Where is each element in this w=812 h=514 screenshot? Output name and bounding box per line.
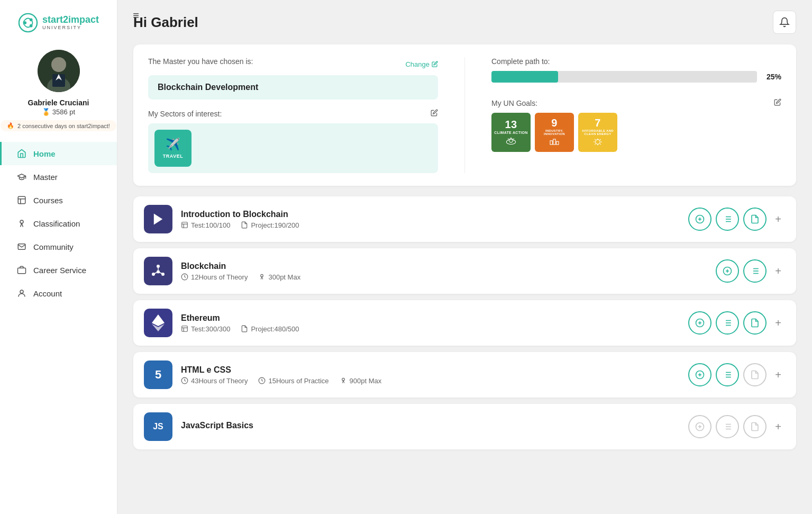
expand-button[interactable]: + [771, 264, 786, 278]
course-row-ethereum: Ethereum Test:300/300 Project:480/500 [133, 300, 796, 346]
doc-action-button[interactable] [688, 311, 711, 335]
expand-button[interactable]: + [771, 212, 786, 227]
change-master-link[interactable]: Change [405, 60, 438, 68]
home-icon [16, 148, 27, 159]
expand-button[interactable]: + [771, 419, 786, 434]
svg-rect-22 [553, 139, 555, 145]
sidebar-item-community[interactable]: Community [0, 235, 117, 258]
sidebar-item-home[interactable]: Home [0, 142, 117, 165]
app-subtitle: UNIVERSITY [42, 25, 99, 31]
fire-icon: 🔥 [7, 122, 14, 129]
sidebar-item-master[interactable]: Master [0, 165, 117, 188]
svg-rect-9 [18, 196, 25, 204]
goal-13: 13 CLIMATE ACTION [491, 113, 531, 152]
doc-action-button[interactable] [688, 208, 711, 231]
user-name: Gabriele Cruciani [28, 98, 89, 107]
course-title: Blockchain [181, 261, 707, 271]
goals-area: 13 CLIMATE ACTION [491, 113, 781, 152]
bell-icon [779, 17, 790, 28]
gem-icon: 🏅 [42, 108, 50, 116]
card-divider [464, 57, 465, 173]
sectors-area: ✈️ TRAVEL [148, 123, 438, 173]
course-meta: 43Hours of Theory 15Hours of Practice 90… [181, 377, 680, 385]
course-actions: + [716, 259, 786, 283]
svg-rect-21 [550, 141, 552, 145]
course-thumb-ethereum [144, 309, 172, 337]
course-row-jsbasics: JS JavaScript Basics + [133, 404, 796, 449]
sidebar-item-label-home: Home [33, 149, 56, 158]
sectors-edit-icon[interactable] [431, 109, 438, 118]
logo: start2impact UNIVERSITY [10, 8, 107, 37]
file-action-button[interactable] [743, 208, 767, 231]
main-content: Hi Gabriel The Master you have chosen is… [117, 0, 812, 514]
streak-text: 2 consecutive days on start2impact! [17, 123, 110, 129]
list-action-button-faded[interactable] [716, 415, 739, 438]
svg-point-1 [23, 21, 26, 24]
course-thumb-intro-blockchain [144, 205, 172, 233]
list-action-button[interactable] [716, 208, 739, 231]
max-points: 900pt Max [340, 377, 382, 385]
svg-point-46 [157, 265, 160, 268]
sectors-label: My Sectors of interest: [148, 110, 222, 118]
doc-action-button-faded[interactable] [688, 415, 711, 438]
svg-rect-66 [182, 326, 188, 332]
streak-badge: 🔥 2 consecutive days on start2impact! [1, 120, 116, 131]
progress-fill [491, 71, 558, 83]
course-actions: + [688, 415, 786, 438]
sidebar-item-courses[interactable]: Courses [0, 188, 117, 212]
course-meta: Test:300/300 Project:480/500 [181, 325, 680, 333]
expand-button[interactable]: + [771, 367, 786, 382]
doc-action-button[interactable] [688, 363, 711, 386]
left-panel: The Master you have chosen is: Change Bl… [148, 57, 438, 173]
logo-icon [18, 13, 38, 33]
edit-icon [432, 61, 438, 67]
svg-line-32 [595, 144, 595, 145]
user-points: 🏅 3586 pt [42, 108, 75, 116]
course-actions: + [688, 311, 786, 335]
theory-hours: 43Hours of Theory [181, 377, 248, 385]
file-action-button-faded[interactable] [743, 363, 767, 386]
goals-header: My UN Goals: [491, 98, 781, 107]
dashboard-card-inner: The Master you have chosen is: Change Bl… [148, 57, 781, 173]
app-name: start2impact [42, 15, 99, 25]
svg-point-17 [509, 138, 513, 142]
svg-point-24 [596, 140, 600, 145]
project-score: Project:190/200 [241, 221, 299, 229]
goal-9: 9 INDUSTRY, INNOVATION [535, 113, 574, 152]
master-label: The Master you have chosen is: [148, 57, 253, 66]
practice-hours: 15Hours of Practice [258, 377, 329, 385]
sidebar-item-label-master: Master [33, 173, 58, 182]
theory-hours: 12Hours of Theory [181, 273, 248, 281]
avatar [38, 50, 80, 92]
sidebar-item-account[interactable]: Account [0, 282, 117, 305]
svg-point-0 [19, 14, 37, 32]
progress-bar [491, 71, 757, 83]
doc-action-button[interactable] [716, 259, 739, 283]
list-action-button[interactable] [716, 363, 739, 386]
list-action-button[interactable] [716, 311, 739, 335]
dashboard-card: The Master you have chosen is: Change Bl… [133, 44, 796, 186]
file-action-button[interactable] [743, 311, 767, 335]
goals-edit-icon[interactable] [774, 98, 781, 107]
svg-rect-14 [18, 268, 26, 274]
course-row-htmlcss: 5 HTML e CSS 43Hours of Theory 15Hours o… [133, 352, 796, 398]
list-action-button[interactable] [743, 259, 767, 283]
course-actions: + [688, 363, 786, 386]
course-info-ethereum: Ethereum Test:300/300 Project:480/500 [181, 313, 680, 333]
max-points: 300pt Max [258, 273, 300, 281]
course-row-intro-blockchain: Introduction to Blockchain Test:100/100 … [133, 196, 796, 242]
test-score: Test:300/300 [181, 325, 230, 333]
goals-label: My UN Goals: [491, 99, 537, 107]
notification-bell-button[interactable] [773, 11, 796, 34]
sidebar-item-career-service[interactable]: Career Service [0, 258, 117, 282]
sectors-header: My Sectors of interest: [148, 109, 438, 118]
sidebar-item-classification[interactable]: Classification [0, 212, 117, 235]
svg-line-31 [600, 139, 600, 140]
svg-point-2 [30, 18, 33, 21]
file-action-button-faded[interactable] [743, 415, 767, 438]
community-icon [16, 241, 27, 252]
right-panel: Complete path to: 25% My UN Goals: [491, 57, 781, 173]
menu-toggle-button[interactable]: ≡ [129, 7, 143, 24]
svg-point-3 [30, 24, 33, 28]
expand-button[interactable]: + [771, 315, 786, 330]
